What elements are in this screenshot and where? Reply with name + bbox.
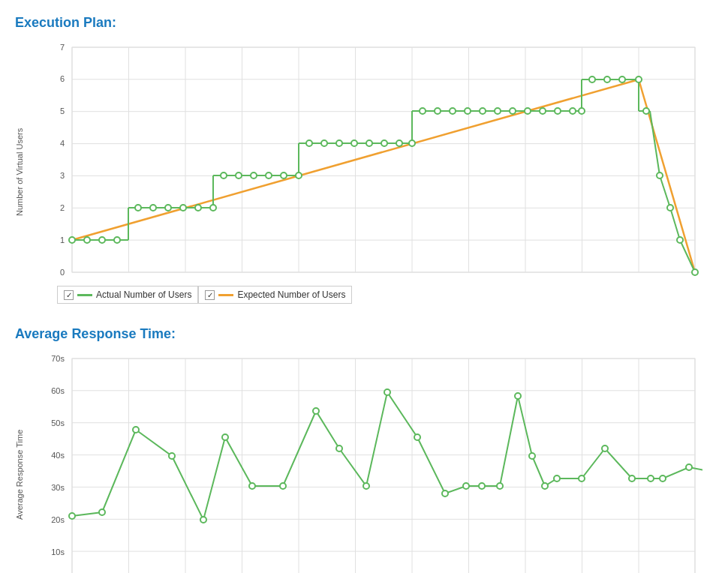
svg-point-136: [169, 453, 175, 459]
svg-text:1: 1: [60, 236, 65, 244]
svg-point-154: [579, 476, 585, 482]
actual-users-color: [77, 294, 92, 296]
svg-text:2: 2: [60, 203, 65, 212]
svg-point-145: [414, 434, 420, 440]
svg-point-79: [525, 108, 531, 114]
svg-text:5 min: 5 min: [630, 279, 648, 280]
svg-point-134: [99, 509, 105, 515]
svg-point-80: [540, 108, 546, 114]
svg-point-137: [200, 517, 206, 523]
svg-point-68: [366, 140, 372, 146]
svg-point-52: [135, 205, 141, 211]
svg-text:20s: 20s: [51, 515, 65, 524]
execution-plan-chart: 0 1 2 3 4 5 6 7 0 sec 30 sec 1 min 1 min…: [27, 40, 713, 304]
svg-point-148: [479, 483, 485, 489]
svg-point-151: [529, 453, 535, 459]
svg-point-58: [221, 172, 227, 178]
svg-text:1 min: 1 min: [176, 279, 194, 280]
svg-point-143: [363, 483, 369, 489]
svg-point-139: [249, 483, 255, 489]
avg-response-time-section: Average Response Time: Average Response …: [15, 326, 713, 573]
svg-point-85: [604, 76, 610, 82]
svg-text:7: 7: [60, 43, 65, 52]
svg-point-158: [660, 476, 666, 482]
svg-point-66: [336, 140, 342, 146]
svg-point-87: [636, 76, 642, 82]
svg-point-69: [381, 140, 387, 146]
avg-response-time-svg: 70s 60s 50s 40s 30s 20s 10s 0 sec 30 sec…: [27, 351, 702, 573]
svg-point-92: [692, 269, 698, 275]
svg-point-59: [236, 172, 242, 178]
svg-point-138: [222, 434, 228, 440]
svg-point-53: [150, 205, 156, 211]
svg-point-152: [542, 483, 548, 489]
avg-response-time-title: Average Response Time:: [15, 326, 713, 342]
svg-text:50s: 50s: [51, 418, 65, 428]
svg-point-153: [554, 476, 560, 482]
svg-point-57: [210, 205, 216, 211]
svg-point-88: [643, 108, 649, 114]
svg-text:0: 0: [60, 268, 65, 277]
svg-point-141: [313, 408, 319, 414]
actual-users-label: Actual Number of Users: [96, 290, 191, 300]
svg-text:5: 5: [60, 106, 65, 116]
svg-point-74: [450, 108, 456, 114]
svg-point-149: [497, 483, 503, 489]
expected-users-label: Expected Number of Users: [237, 290, 345, 300]
svg-point-144: [384, 389, 390, 395]
svg-point-84: [589, 76, 595, 82]
svg-point-150: [515, 393, 521, 399]
svg-point-81: [555, 108, 561, 114]
legend-expected-users[interactable]: Expected Number of Users: [198, 286, 352, 304]
svg-point-76: [480, 108, 486, 114]
svg-point-63: [296, 172, 302, 178]
svg-rect-0: [72, 47, 695, 272]
svg-text:70s: 70s: [51, 354, 65, 363]
svg-text:10s: 10s: [51, 548, 65, 556]
svg-point-48: [69, 237, 75, 243]
svg-point-62: [281, 172, 287, 178]
svg-point-89: [657, 172, 663, 178]
svg-point-71: [409, 140, 415, 146]
svg-text:4 min: 4 min: [516, 279, 534, 280]
svg-point-159: [686, 464, 692, 470]
svg-point-135: [133, 427, 139, 433]
svg-text:40s: 40s: [51, 451, 65, 460]
svg-text:0 sec: 0 sec: [63, 279, 81, 280]
svg-text:4: 4: [60, 139, 65, 148]
svg-point-54: [165, 205, 171, 211]
svg-point-83: [579, 108, 585, 114]
svg-point-91: [677, 237, 683, 243]
svg-text:4 min 30 sec: 4 min 30 sec: [561, 279, 603, 280]
svg-point-65: [321, 140, 327, 146]
svg-point-60: [251, 172, 257, 178]
legend-actual-users[interactable]: Actual Number of Users: [57, 286, 198, 304]
expected-users-color: [218, 294, 233, 296]
svg-point-70: [396, 140, 402, 146]
svg-text:30 sec: 30 sec: [118, 279, 140, 280]
execution-plan-svg: 0 1 2 3 4 5 6 7 0 sec 30 sec 1 min 1 min…: [27, 40, 702, 280]
avg-response-time-y-axis-label: Average Response Time: [15, 351, 24, 573]
expected-users-checkbox[interactable]: [205, 290, 215, 300]
svg-text:3 min: 3 min: [403, 279, 421, 280]
execution-plan-section: Execution Plan: Number of Virtual Users: [15, 15, 713, 304]
svg-point-51: [114, 237, 120, 243]
svg-point-73: [435, 108, 441, 114]
actual-users-checkbox[interactable]: [64, 290, 74, 300]
execution-plan-y-axis-label: Number of Virtual Users: [15, 40, 24, 304]
svg-text:5 min 30 sec: 5 min 30 sec: [674, 279, 702, 280]
svg-text:3 min 30 sec: 3 min 30 sec: [447, 279, 490, 280]
svg-text:3: 3: [60, 171, 65, 180]
svg-point-155: [602, 446, 608, 452]
svg-point-156: [629, 476, 635, 482]
svg-point-140: [280, 483, 286, 489]
svg-point-147: [463, 483, 469, 489]
svg-point-133: [69, 513, 75, 519]
svg-text:60s: 60s: [51, 386, 65, 395]
svg-point-75: [465, 108, 471, 114]
svg-text:2 min: 2 min: [290, 279, 308, 280]
execution-plan-title: Execution Plan:: [15, 15, 713, 31]
svg-text:6: 6: [60, 74, 65, 83]
svg-point-56: [195, 205, 201, 211]
svg-point-61: [266, 172, 272, 178]
